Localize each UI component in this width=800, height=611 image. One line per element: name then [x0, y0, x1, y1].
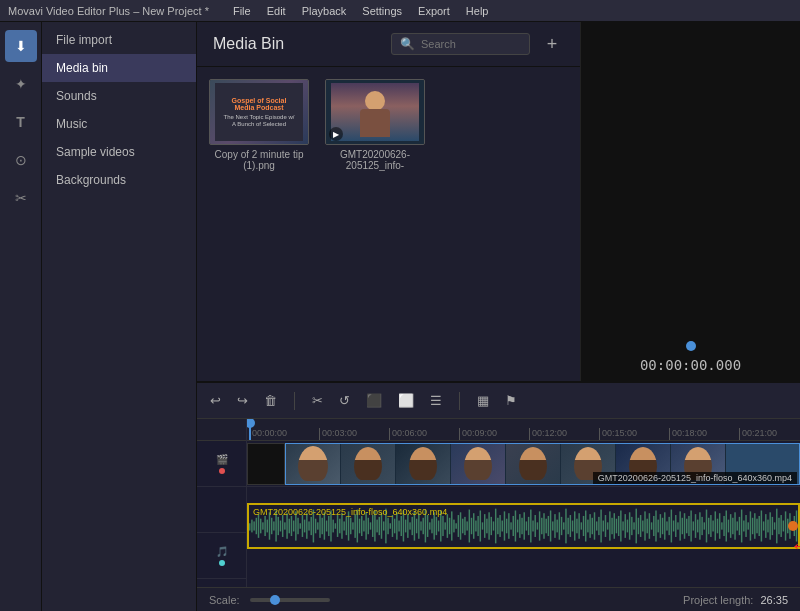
align-button[interactable]: ☰ [427, 390, 445, 411]
svg-rect-224 [741, 510, 742, 543]
sidebar-icon-filters[interactable]: ⊙ [5, 144, 37, 176]
svg-rect-216 [723, 516, 724, 536]
svg-rect-22 [297, 518, 298, 534]
svg-rect-112 [495, 509, 496, 544]
video-record-dot [219, 468, 225, 474]
svg-rect-217 [726, 510, 727, 541]
fit-button[interactable]: ⬜ [395, 390, 417, 411]
svg-rect-4 [258, 514, 259, 538]
svg-rect-143 [563, 522, 564, 529]
menu-playback[interactable]: Playback [302, 5, 347, 17]
svg-rect-85 [436, 517, 437, 535]
svg-rect-91 [449, 518, 450, 534]
svg-rect-139 [554, 514, 555, 538]
svg-rect-104 [477, 516, 478, 536]
app-title: Movavi Video Editor Plus – New Project * [8, 5, 209, 17]
sidebar-icon-titles[interactable]: T [5, 106, 37, 138]
svg-rect-102 [473, 513, 474, 539]
ruler-mark-3: 00:09:00 [459, 428, 529, 440]
nav-music[interactable]: Music [42, 110, 196, 138]
svg-rect-88 [442, 516, 443, 536]
nav-backgrounds[interactable]: Backgrounds [42, 166, 196, 194]
svg-rect-31 [317, 522, 318, 529]
track-area: 🎬 🎵 [197, 419, 800, 587]
media-bin-panel: Media Bin 🔍 + [197, 22, 580, 381]
menu-help[interactable]: Help [466, 5, 489, 17]
svg-rect-197 [682, 518, 683, 534]
rotate-button[interactable]: ↺ [336, 390, 353, 411]
add-media-button[interactable]: + [540, 32, 564, 56]
project-length-label: Project length: [683, 594, 753, 606]
svg-rect-3 [256, 518, 257, 534]
ruler-mark-5: 00:15:00 [599, 428, 669, 440]
svg-rect-208 [706, 510, 707, 543]
sidebar-icon-tools[interactable]: ✂ [5, 182, 37, 214]
svg-rect-133 [541, 518, 542, 534]
svg-rect-74 [412, 517, 413, 535]
sidebar-icon-import[interactable]: ⬇ [5, 30, 37, 62]
flag-button[interactable]: ⚑ [502, 390, 520, 411]
ruler-mark-6: 00:18:00 [669, 428, 739, 440]
svg-rect-200 [688, 516, 689, 536]
svg-rect-138 [552, 521, 553, 530]
svg-rect-160 [600, 510, 601, 543]
scale-slider[interactable] [250, 598, 330, 602]
delete-button[interactable]: 🗑 [261, 390, 280, 411]
menu-edit[interactable]: Edit [267, 5, 286, 17]
svg-rect-131 [537, 522, 538, 529]
svg-rect-202 [693, 521, 694, 530]
crop-button[interactable]: ⬛ [363, 390, 385, 411]
svg-rect-108 [486, 519, 487, 534]
svg-rect-233 [761, 510, 762, 541]
svg-rect-170 [622, 521, 623, 530]
svg-rect-94 [455, 523, 456, 528]
redo-button[interactable]: ↪ [234, 390, 251, 411]
media-item-1[interactable]: Gospel of SocialMedia Podcast The Next T… [209, 79, 309, 171]
search-input[interactable] [421, 38, 521, 50]
svg-rect-15 [282, 515, 283, 537]
nav-sounds[interactable]: Sounds [42, 82, 196, 110]
svg-rect-114 [499, 515, 500, 537]
undo-button[interactable]: ↩ [207, 390, 224, 411]
nav-sample-videos[interactable]: Sample videos [42, 138, 196, 166]
pre-clip-space [247, 443, 285, 485]
nav-file-import[interactable]: File import [42, 26, 196, 54]
pip-button[interactable]: ▦ [474, 390, 492, 411]
svg-rect-176 [635, 509, 636, 544]
menu-settings[interactable]: Settings [362, 5, 402, 17]
svg-rect-121 [515, 510, 516, 541]
svg-rect-191 [668, 517, 669, 535]
svg-rect-244 [785, 511, 786, 540]
svg-rect-145 [567, 518, 568, 534]
menu-export[interactable]: Export [418, 5, 450, 17]
media-item-2[interactable]: ▶ GMT20200626-205125_info- [325, 79, 425, 171]
svg-rect-243 [783, 521, 784, 532]
svg-rect-46 [350, 518, 351, 534]
svg-rect-2 [253, 521, 254, 530]
svg-rect-117 [506, 519, 507, 534]
svg-rect-71 [405, 520, 406, 533]
audio-track[interactable]: GMT20200626-205125_info-floso_640x360.mp… [247, 503, 800, 549]
svg-rect-52 [363, 521, 364, 532]
svg-rect-232 [758, 516, 759, 536]
scale-label: Scale: [209, 594, 240, 606]
video-track: GMT20200626-205125_info-floso_640x360.mp… [247, 441, 800, 487]
sidebar-icon-transitions[interactable]: ✦ [5, 68, 37, 100]
svg-rect-28 [310, 517, 311, 535]
cut-button[interactable]: ✂ [309, 390, 326, 411]
svg-rect-140 [556, 520, 557, 533]
media-item-1-label: Copy of 2 minute tip (1).png [209, 149, 309, 171]
svg-rect-172 [627, 520, 628, 533]
nav-media-bin[interactable]: Media bin [42, 54, 196, 82]
svg-rect-98 [464, 517, 465, 535]
svg-rect-83 [431, 519, 432, 534]
ruler-mark-0: 00:00:00 [249, 428, 319, 440]
svg-rect-61 [383, 521, 384, 530]
timeline-toolbar: ↩ ↪ 🗑 ✂ ↺ ⬛ ⬜ ☰ ▦ ⚑ [197, 383, 800, 419]
menu-file[interactable]: File [233, 5, 251, 17]
red-arrow-icon: ← [790, 533, 800, 558]
svg-rect-14 [280, 521, 281, 532]
search-icon: 🔍 [400, 37, 415, 51]
video-clip[interactable]: GMT20200626-205125_info-floso_640x360.mp… [285, 443, 800, 485]
svg-rect-26 [306, 513, 307, 539]
